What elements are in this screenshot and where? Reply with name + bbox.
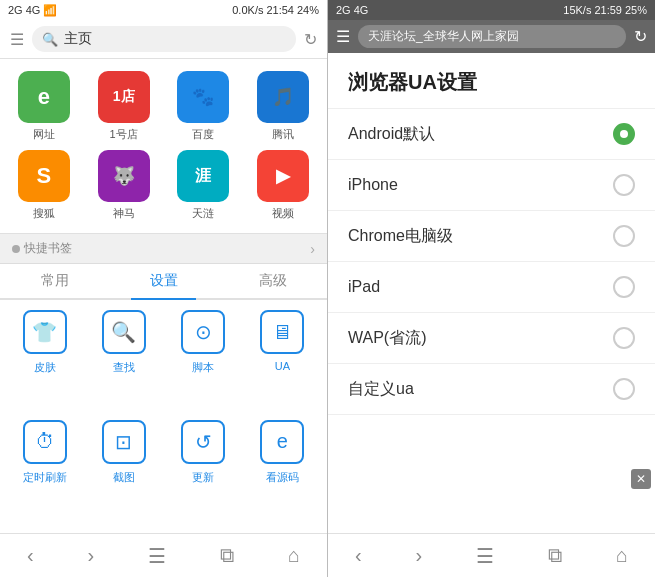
page-background: 浏览器UA设置 Android默认 iPhone Chrome电脑级 iPad	[328, 53, 655, 533]
tool-icon-yuanma: e	[260, 420, 304, 464]
radio-wap[interactable]	[613, 327, 635, 349]
app-icon-wangzhi: e	[18, 71, 70, 123]
ua-option-custom[interactable]: 自定义ua	[328, 364, 655, 415]
tool-label-jiaoben: 脚本	[192, 360, 214, 375]
tool-label-pifu: 皮肤	[34, 360, 56, 375]
left-back-button[interactable]: ‹	[27, 544, 34, 567]
left-search-bar: ☰ 🔍 主页 ↻	[0, 20, 327, 59]
radio-ipad[interactable]	[613, 276, 635, 298]
app-icon-tianlian: 涯	[177, 150, 229, 202]
right-status-bar: 2G 4G 15K/s 21:59 25%	[328, 0, 655, 20]
app-icon-tencent: 🎵	[257, 71, 309, 123]
search-home-label: 主页	[64, 30, 92, 48]
ua-label-chrome: Chrome电脑级	[348, 226, 453, 247]
tool-jietu[interactable]: ⊡ 截图	[87, 420, 160, 524]
app-label-1hao: 1号店	[110, 127, 138, 142]
radio-android[interactable]	[613, 123, 635, 145]
app-grid: e 网址 1店 1号店 🐾 百度 🎵 腾讯 S 搜狐 🐺 神马 涯 天涟 ▶	[0, 59, 327, 234]
right-menu-button[interactable]: ☰	[476, 544, 494, 568]
right-forward-button[interactable]: ›	[416, 544, 423, 567]
app-baidu[interactable]: 🐾 百度	[168, 71, 240, 142]
ua-option-iphone[interactable]: iPhone	[328, 160, 655, 211]
app-label-shenma: 神马	[113, 206, 135, 221]
tool-icon-pifu: 👕	[23, 310, 67, 354]
tool-pifu[interactable]: 👕 皮肤	[8, 310, 81, 414]
left-signal: 2G 4G	[8, 4, 40, 16]
tab-changyong[interactable]: 常用	[0, 264, 109, 298]
left-home-button[interactable]: ⌂	[288, 544, 300, 567]
left-status-left: 2G 4G 📶	[8, 4, 57, 17]
right-status-right: 15K/s 21:59 25%	[563, 4, 647, 16]
app-sohu[interactable]: S 搜狐	[8, 150, 80, 221]
tools-grid: 👕 皮肤 🔍 查找 ⊙ 脚本 🖥 UA ⏱ 定时刷新 ⊡ 截图 ↺ 更新 e	[0, 300, 327, 533]
tool-label-gengxin: 更新	[192, 470, 214, 485]
left-menu-button[interactable]: ☰	[148, 544, 166, 568]
tool-chazhao[interactable]: 🔍 查找	[87, 310, 160, 414]
right-back-button[interactable]: ‹	[355, 544, 362, 567]
app-icon-video: ▶	[257, 150, 309, 202]
dot-icon	[12, 245, 20, 253]
right-tabs-button[interactable]: ⧉	[548, 544, 562, 567]
app-video[interactable]: ▶ 视频	[247, 150, 319, 221]
ua-label-wap: WAP(省流)	[348, 328, 427, 349]
tabs-row: 常用 设置 高级	[0, 264, 327, 300]
left-speed: 0.0K/s	[232, 4, 263, 16]
ua-option-chrome[interactable]: Chrome电脑级	[328, 211, 655, 262]
right-phone: 2G 4G 15K/s 21:59 25% ☰ 天涯论坛_全球华人网上家园 ↻ …	[328, 0, 655, 577]
app-tianlian[interactable]: 涯 天涟	[168, 150, 240, 221]
tool-icon-jiaoben: ⊙	[181, 310, 225, 354]
tool-label-ua: UA	[275, 360, 290, 372]
app-label-tencent: 腾讯	[272, 127, 294, 142]
radio-chrome[interactable]	[613, 225, 635, 247]
left-bottom-nav: ‹ › ☰ ⧉ ⌂	[0, 533, 327, 577]
app-1hao[interactable]: 1店 1号店	[88, 71, 160, 142]
ua-dialog-title: 浏览器UA设置	[328, 53, 655, 109]
app-label-baidu: 百度	[192, 127, 214, 142]
app-tencent[interactable]: 🎵 腾讯	[247, 71, 319, 142]
right-home-button[interactable]: ⌂	[616, 544, 628, 567]
app-shenma[interactable]: 🐺 神马	[88, 150, 160, 221]
quick-bookmarks-label: 快捷书签	[24, 240, 72, 257]
radio-custom[interactable]	[613, 378, 635, 400]
tool-gengxin[interactable]: ↺ 更新	[167, 420, 240, 524]
browser-refresh-icon[interactable]: ↻	[634, 27, 647, 46]
tool-icon-dingshi: ⏱	[23, 420, 67, 464]
tool-icon-ua: 🖥	[260, 310, 304, 354]
dialog-close-button[interactable]: ✕	[631, 469, 651, 489]
url-bar[interactable]: 天涯论坛_全球华人网上家园	[358, 25, 626, 48]
app-icon-baidu: 🐾	[177, 71, 229, 123]
left-tabs-button[interactable]: ⧉	[220, 544, 234, 567]
radio-iphone[interactable]	[613, 174, 635, 196]
tool-dingshi[interactable]: ⏱ 定时刷新	[8, 420, 81, 524]
tool-jiaoben[interactable]: ⊙ 脚本	[167, 310, 240, 414]
chevron-right-icon: ›	[310, 241, 315, 257]
ua-option-ipad[interactable]: iPad	[328, 262, 655, 313]
left-battery: 24%	[297, 4, 319, 16]
right-bottom-nav: ‹ › ☰ ⧉ ⌂	[328, 533, 655, 577]
hamburger-icon[interactable]: ☰	[10, 30, 24, 49]
tool-yuanma[interactable]: e 看源码	[246, 420, 319, 524]
ua-label-ipad: iPad	[348, 278, 380, 296]
quick-label: 快捷书签	[12, 240, 72, 257]
tool-label-chazhao: 查找	[113, 360, 135, 375]
ua-label-android: Android默认	[348, 124, 435, 145]
tool-icon-jietu: ⊡	[102, 420, 146, 464]
tool-icon-chazhao: 🔍	[102, 310, 146, 354]
app-icon-1hao: 1店	[98, 71, 150, 123]
ua-option-android[interactable]: Android默认	[328, 109, 655, 160]
tool-label-jietu: 截图	[113, 470, 135, 485]
quick-bookmarks[interactable]: 快捷书签 ›	[0, 234, 327, 264]
search-input-area[interactable]: 🔍 主页	[32, 26, 296, 52]
tool-ua[interactable]: 🖥 UA	[246, 310, 319, 414]
ua-overlay: 浏览器UA设置 Android默认 iPhone Chrome电脑级 iPad	[328, 53, 655, 533]
browser-toolbar: ☰ 天涯论坛_全球华人网上家园 ↻	[328, 20, 655, 53]
app-wangzhi[interactable]: e 网址	[8, 71, 80, 142]
refresh-icon[interactable]: ↻	[304, 30, 317, 49]
tab-gaoji[interactable]: 高级	[218, 264, 327, 298]
browser-menu-icon[interactable]: ☰	[336, 27, 350, 46]
right-speed: 15K/s	[563, 4, 591, 16]
ua-label-iphone: iPhone	[348, 176, 398, 194]
tab-shezhi[interactable]: 设置	[109, 264, 218, 298]
ua-option-wap[interactable]: WAP(省流)	[328, 313, 655, 364]
left-forward-button[interactable]: ›	[88, 544, 95, 567]
